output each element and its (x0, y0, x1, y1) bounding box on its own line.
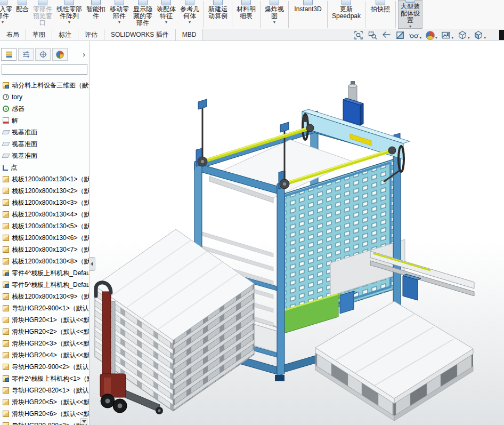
tree-item[interactable]: 栈板1200x800x130<8>（默认 (0, 255, 89, 267)
ribbon-button-icon (161, 0, 171, 5)
ribbon-button-icon (115, 0, 124, 5)
tree-item-label: 视基准面 (12, 140, 37, 149)
ribbon-button-icon (376, 0, 385, 5)
featuremanager-tab[interactable] (1, 48, 17, 61)
panel-tabs: › (0, 47, 89, 61)
tree-item[interactable]: 滑块HGR20<6>（默认<<默认 (0, 408, 89, 420)
tree-item[interactable]: 栈板1200x800x130<2>（默认 (0, 185, 89, 197)
tree-item-label: 栈板1200x800x130<5>（默认 (12, 222, 89, 231)
tree-item[interactable]: 栈板1200x800x130<6>（默认 (0, 232, 89, 244)
zoom-to-fit-button[interactable] (354, 30, 363, 40)
tree-item[interactable]: 滑块HGR20<4>（默认<<默认 (0, 349, 89, 361)
ribbon-button-exploded-view[interactable]: 爆炸视图 ▼ (263, 0, 286, 29)
tree-item[interactable]: 滑块HGR20<2>（默认<<默认 (0, 326, 89, 338)
ribbon-group-separator (288, 1, 289, 28)
configurationmanager-tab[interactable] (35, 48, 51, 61)
ribbon-button-label: 材料明细表 (236, 6, 256, 20)
tree-item[interactable]: 滑块HGR20<1>（默认<<默认 (0, 314, 89, 326)
hide-show-items-button[interactable]: ▾ (409, 30, 421, 40)
tree-item[interactable]: 解 (0, 115, 89, 126)
tab-layout[interactable]: 布局 (0, 29, 26, 41)
tab-markup[interactable]: 标注 (52, 29, 78, 41)
tree-item-label: 栈板1200x800x130<3>（默认 (12, 198, 89, 207)
propertymanager-tab[interactable] (18, 48, 34, 61)
tree-item-label: 零件2^栈板上料机构<1>（默 (12, 374, 89, 383)
tree-item-label: 滑块HGR20<2>（默认<<默认 (12, 327, 89, 336)
single-pallet[interactable] (315, 301, 473, 421)
ribbon-button-smart-fasteners[interactable]: 智能扣件 (84, 0, 108, 29)
tree-item-label: 视基准面 (12, 151, 37, 161)
tree-item[interactable]: 点 (0, 162, 89, 173)
tab-mbd[interactable]: MBD (176, 29, 204, 41)
ribbon-button-icon (138, 0, 148, 5)
propertymanager-tab-icon (22, 50, 30, 59)
zoom-to-area-icon (368, 30, 377, 40)
tree-item[interactable]: 视基准面 (0, 150, 89, 162)
tree-item[interactable]: 栈板1200x800x130<7>（默认 (0, 244, 89, 255)
tree-item[interactable]: 导轨HGR20-900<1>（默认< (0, 302, 89, 314)
tree-scroll-down-button[interactable] (80, 418, 87, 424)
view-orientation-button[interactable]: ▾ (458, 30, 470, 40)
ribbon-button-reference-geometry[interactable]: 参考几何体 ▼ (178, 0, 201, 29)
tree-item-label: 零件5^栈板上料机构_Default (12, 280, 89, 290)
displaymanager-tab[interactable] (52, 48, 68, 61)
tree-item[interactable]: 导轨HGR20-900<2>（默认< (0, 361, 89, 373)
ribbon-button-new-motion-study[interactable]: 新建运动算例 (206, 0, 230, 29)
tree-item[interactable]: 感器 (0, 103, 89, 115)
tree-item[interactable]: 栈板1200x800x130<5>（默认 (0, 220, 89, 232)
ribbon-group-separator (232, 1, 232, 28)
tree-item[interactable]: 零件5^栈板上料机构_Default (0, 279, 89, 291)
tree-item[interactable]: 栈板1200x800x130<3>（默认 (0, 197, 89, 209)
ribbon-button-label: 大型装配体设置 (400, 3, 421, 24)
tree-item[interactable]: 视基准面 (0, 126, 89, 138)
tree-item[interactable]: 导轨HGR20-820<2>（默认< (0, 420, 89, 425)
previous-view-button[interactable] (381, 30, 391, 40)
display-style-button[interactable]: ▾ (474, 30, 486, 40)
dropdown-caret-icon: ▾ (468, 36, 470, 40)
tree-item[interactable]: 导轨HGR20-820<1>（默认< (0, 384, 89, 396)
tree-item-label: 导轨HGR20-820<1>（默认< (12, 386, 89, 395)
tree-item-icon (3, 223, 9, 229)
ribbon-button-take-snapshot[interactable]: 拍快照 (368, 0, 393, 29)
ribbon-button-bill-of-materials[interactable]: 材料明细表 (234, 0, 258, 29)
edit-appearance-button[interactable]: ▾ (426, 31, 437, 40)
ribbon-button-move-component[interactable]: 移动零部件 ▼ (108, 0, 131, 29)
tree-item[interactable]: 栈板1200x800x130<4>（默认 (0, 209, 89, 220)
ribbon-button-insert-component[interactable]: 插入零部件 ▼ (0, 0, 14, 29)
tree-filter-input[interactable] (2, 64, 87, 75)
tree-item-icon (3, 387, 9, 394)
ribbon-button-instant3d[interactable]: Instant3D (291, 0, 325, 29)
tab-solidworks-addins[interactable]: SOLIDWORKS 插件 (104, 29, 176, 41)
tree-item[interactable]: 滑块HGR20<3>（默认<<默认 (0, 338, 89, 349)
ribbon-button-mate[interactable]: 配合 (14, 0, 31, 29)
tree-item[interactable]: 动分料上料设备三维图（默认< (0, 79, 89, 91)
tab-sketch[interactable]: 草图 (26, 29, 52, 41)
panel-tabs-expand-icon[interactable]: › (80, 50, 88, 59)
panel-collapse-handle[interactable] (89, 257, 95, 271)
tree-item[interactable]: 视基准面 (0, 138, 89, 150)
tree-item[interactable]: 零件4^栈板上料机构_Default (0, 267, 89, 279)
ribbon-button-component-preview-window[interactable]: 零部件预览窗口 (31, 0, 54, 29)
tree-item[interactable]: 滑块HGR20<5>（默认<<默认 (0, 396, 89, 408)
tree-scroll-up-button[interactable] (80, 82, 87, 88)
tree-item[interactable]: tory (0, 91, 89, 103)
ribbon-button-icon (38, 0, 47, 5)
tab-evaluate[interactable]: 评估 (78, 29, 104, 41)
ribbon-button-update-speedpak[interactable]: 更新 Speedpak (330, 0, 363, 29)
ribbon-button-assembly-features[interactable]: 装配体特征 ▼ (155, 0, 178, 29)
ribbon-button-show-hidden-components[interactable]: 显示隐藏的零部件 (131, 0, 155, 29)
ribbon-group-separator (327, 1, 328, 28)
zoom-to-area-button[interactable] (368, 30, 377, 40)
ribbon-button-large-assembly-settings[interactable]: 大型装配体设置 ▼ (398, 0, 422, 29)
drive-motor[interactable] (343, 81, 363, 125)
tree-item-icon (3, 246, 9, 253)
tree-item[interactable]: 栈板1200x800x130<9>（默 (0, 291, 89, 302)
apply-scene-button[interactable]: ▾ (441, 30, 453, 40)
section-view-button[interactable] (395, 30, 405, 40)
tree-item-label: 栈板1200x800x130<9>（默 (12, 292, 89, 301)
tree-item[interactable]: 零件2^栈板上料机构<1>（默 (0, 373, 89, 384)
tree-item-label: 点 (11, 163, 17, 172)
ribbon-button-linear-component-pattern[interactable]: 线性零部件阵列 ▼ (54, 0, 84, 29)
command-tab-label: MBD (182, 31, 197, 38)
tree-item[interactable]: 栈板1200x800x130<1>（默认 (0, 173, 89, 185)
